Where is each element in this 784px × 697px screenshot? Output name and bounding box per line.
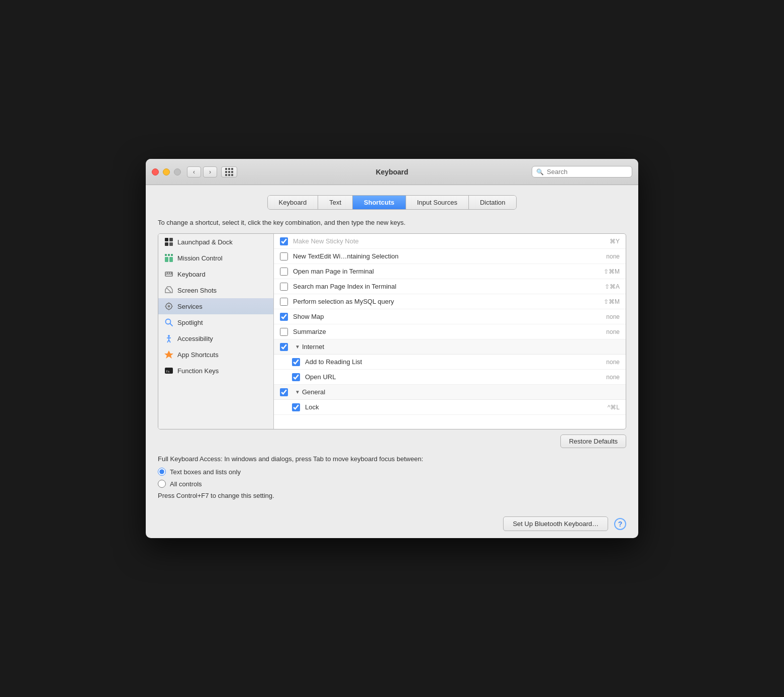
tab-keyboard[interactable]: Keyboard bbox=[268, 196, 319, 209]
search-box[interactable]: 🔍 bbox=[532, 166, 632, 178]
sidebar-item-mission-control[interactable]: Mission Control bbox=[158, 250, 273, 266]
shortcut-row-open-man: Open man Page in Terminal ⇧⌘M bbox=[274, 264, 626, 279]
checkbox-open-url[interactable] bbox=[292, 373, 300, 381]
label-mysql: Perform selection as MySQL query bbox=[293, 298, 604, 305]
svg-rect-7 bbox=[165, 257, 168, 262]
label-show-map: Show Map bbox=[293, 313, 606, 320]
nav-buttons: ‹ › bbox=[187, 166, 237, 178]
section-header-internet[interactable]: ▼ Internet bbox=[274, 339, 626, 355]
checkbox-show-map[interactable] bbox=[280, 313, 288, 321]
shortcut-row-lock: Lock ^⌘L bbox=[274, 400, 626, 415]
search-input[interactable] bbox=[547, 168, 628, 176]
radio-all-controls[interactable] bbox=[158, 480, 166, 488]
top-fade-row: Make New Sticky Note ⌘Y bbox=[274, 234, 626, 249]
sidebar-item-keyboard[interactable]: Keyboard bbox=[158, 266, 273, 282]
sidebar-label-services: Services bbox=[177, 303, 203, 310]
keyboard-access-title: Full Keyboard Access: In windows and dia… bbox=[158, 455, 626, 463]
function-keys-icon: fn bbox=[164, 366, 173, 375]
radio-text-boxes[interactable] bbox=[158, 468, 166, 476]
close-button[interactable] bbox=[152, 168, 159, 176]
checkbox-summarize[interactable] bbox=[280, 328, 288, 336]
label-text-boxes: Text boxes and lists only bbox=[170, 468, 241, 476]
accessibility-icon bbox=[164, 334, 173, 343]
svg-line-23 bbox=[170, 324, 173, 326]
launchpad-dock-icon bbox=[164, 237, 173, 246]
sidebar-item-launchpad-dock[interactable]: Launchpad & Dock bbox=[158, 234, 273, 250]
svg-rect-13 bbox=[166, 275, 172, 276]
label-search-man: Search man Page Index in Terminal bbox=[293, 283, 605, 290]
checkbox-open-man[interactable] bbox=[280, 268, 288, 276]
scroll-area[interactable]: Make New Sticky Note ⌘Y New TextEdit Wi…… bbox=[274, 234, 626, 429]
sidebar-item-app-shortcuts[interactable]: App Shortcuts bbox=[158, 346, 273, 363]
svg-rect-5 bbox=[168, 254, 170, 256]
svg-rect-6 bbox=[171, 254, 173, 256]
checkbox-internet-section[interactable] bbox=[280, 343, 288, 351]
sidebar-label-screen-shots: Screen Shots bbox=[177, 287, 217, 294]
shortcuts-list: Make New Sticky Note ⌘Y New TextEdit Wi…… bbox=[274, 234, 626, 429]
search-icon: 🔍 bbox=[536, 168, 544, 176]
key-summarize: none bbox=[606, 328, 620, 335]
checkbox-mysql[interactable] bbox=[280, 298, 288, 306]
shortcut-row-add-reading: Add to Reading List none bbox=[274, 355, 626, 370]
maximize-button[interactable] bbox=[174, 168, 181, 176]
svg-rect-3 bbox=[169, 242, 173, 246]
checkbox-general-section[interactable] bbox=[280, 388, 288, 396]
svg-rect-1 bbox=[169, 238, 173, 241]
checkbox-add-reading[interactable] bbox=[292, 358, 300, 366]
svg-rect-8 bbox=[169, 257, 173, 262]
window-title: Keyboard bbox=[376, 168, 409, 176]
label-all-controls: All controls bbox=[170, 480, 202, 488]
forward-button[interactable]: › bbox=[203, 166, 217, 178]
restore-defaults-button[interactable]: Restore Defaults bbox=[560, 434, 626, 448]
label-general: General bbox=[302, 388, 325, 396]
sidebar-item-spotlight[interactable]: Spotlight bbox=[158, 314, 273, 330]
key-new-textedit: none bbox=[606, 253, 620, 260]
checkbox-lock[interactable] bbox=[292, 403, 300, 411]
tab-dictation[interactable]: Dictation bbox=[469, 196, 517, 209]
minimize-button[interactable] bbox=[163, 168, 170, 176]
svg-rect-9 bbox=[165, 272, 173, 277]
key-make-sticky: ⌘Y bbox=[610, 238, 620, 245]
keyboard-icon bbox=[164, 270, 173, 279]
svg-marker-29 bbox=[164, 351, 173, 359]
sidebar-label-mission-control: Mission Control bbox=[177, 254, 223, 262]
instructions-text: To change a shortcut, select it, click t… bbox=[158, 219, 626, 226]
keyboard-access-section: Full Keyboard Access: In windows and dia… bbox=[158, 455, 626, 499]
radio-option-text-boxes: Text boxes and lists only bbox=[158, 468, 626, 476]
svg-rect-10 bbox=[166, 273, 167, 274]
app-shortcuts-icon bbox=[164, 350, 173, 359]
tab-text[interactable]: Text bbox=[318, 196, 353, 209]
svg-rect-11 bbox=[168, 273, 169, 274]
label-add-reading: Add to Reading List bbox=[305, 358, 606, 366]
grid-button[interactable] bbox=[221, 166, 237, 178]
svg-rect-4 bbox=[165, 254, 167, 256]
sidebar-label-launchpad-dock: Launchpad & Dock bbox=[177, 238, 233, 246]
svg-rect-2 bbox=[165, 242, 168, 246]
checkbox-new-textedit[interactable] bbox=[280, 252, 288, 260]
key-open-man: ⇧⌘M bbox=[604, 268, 620, 275]
tab-input-sources[interactable]: Input Sources bbox=[406, 196, 469, 209]
label-lock: Lock bbox=[305, 403, 608, 411]
back-button[interactable]: ‹ bbox=[187, 166, 201, 178]
bluetooth-keyboard-button[interactable]: Set Up Bluetooth Keyboard… bbox=[503, 516, 608, 531]
tab-shortcuts[interactable]: Shortcuts bbox=[353, 196, 406, 209]
bottom-bar: Set Up Bluetooth Keyboard… ? bbox=[146, 509, 638, 538]
section-header-general[interactable]: ▼ General bbox=[274, 385, 626, 400]
checkbox-make-sticky[interactable] bbox=[280, 237, 288, 245]
shortcut-row-mysql: Perform selection as MySQL query ⇧⌘M bbox=[274, 294, 626, 309]
sidebar-item-accessibility[interactable]: Accessibility bbox=[158, 330, 273, 346]
svg-rect-12 bbox=[170, 273, 171, 274]
sidebar-item-services[interactable]: Services bbox=[158, 298, 273, 314]
key-search-man: ⇧⌘A bbox=[605, 283, 620, 290]
svg-line-28 bbox=[169, 340, 170, 342]
sidebar-item-function-keys[interactable]: fn Function Keys bbox=[158, 363, 273, 379]
keyboard-hint: Press Control+F7 to change this setting. bbox=[158, 492, 626, 499]
help-button[interactable]: ? bbox=[614, 518, 626, 530]
internet-triangle: ▼ bbox=[295, 344, 300, 350]
traffic-lights bbox=[152, 168, 181, 176]
key-show-map: none bbox=[606, 313, 620, 320]
sidebar-item-screen-shots[interactable]: Screen Shots bbox=[158, 282, 273, 298]
checkbox-search-man[interactable] bbox=[280, 283, 288, 291]
shortcut-row-open-url: Open URL none bbox=[274, 370, 626, 385]
screen-shots-icon bbox=[164, 286, 173, 295]
